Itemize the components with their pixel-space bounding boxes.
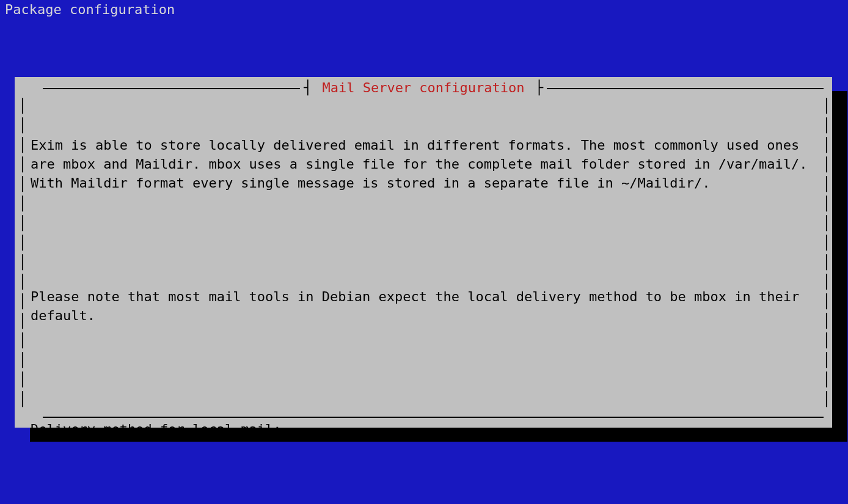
dialog-box: ┤ Mail Server configuration ├ │││││ ││││…: [15, 77, 832, 428]
dialog-border-right: │││││ │││││ │││││ │: [822, 97, 830, 408]
dialog-body: Exim is able to store locally delivered …: [31, 98, 814, 504]
dialog-paragraph: Please note that most mail tools in Debi…: [31, 287, 814, 325]
dialog-border-top: [43, 88, 824, 89]
dialog-border-left: │││││ │││││ │││││ │: [18, 97, 26, 408]
dialog-prompt: Delivery method for local mail:: [31, 420, 814, 439]
dialog-paragraph: Exim is able to store locally delivered …: [31, 136, 814, 192]
page-title: Package configuration: [0, 0, 848, 19]
